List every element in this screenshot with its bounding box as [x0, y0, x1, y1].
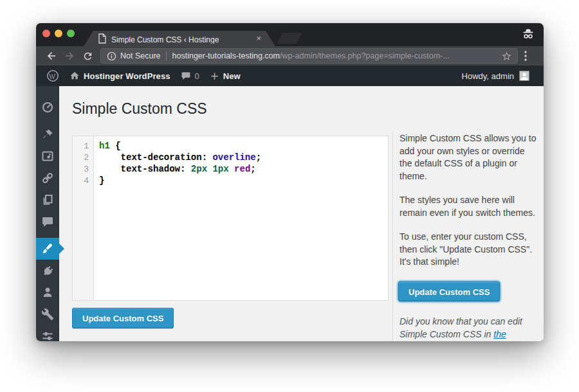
- sidebar-item-dashboard[interactable]: [36, 96, 59, 118]
- url-separator: [166, 51, 167, 60]
- code-line: text-decoration: overline;: [99, 152, 388, 163]
- forward-button[interactable]: [60, 48, 78, 64]
- dashboard-icon: [41, 101, 54, 114]
- new-tab-button[interactable]: [277, 33, 302, 44]
- url-bar[interactable]: Not Secure hostinger-tutorials-testing.c…: [100, 48, 518, 64]
- sidebar-item-settings[interactable]: [36, 325, 59, 341]
- url-domain: hostinger-tutorials-testing.com: [172, 51, 280, 60]
- comments-indicator[interactable]: 0: [176, 66, 205, 86]
- incognito-icon: [520, 26, 536, 42]
- admin-menu: [36, 86, 59, 341]
- code-line: h1 {: [99, 140, 388, 152]
- sidebar-item-plugins[interactable]: [36, 260, 59, 281]
- site-name: Hostinger WordPress: [84, 71, 170, 81]
- media-icon: [41, 150, 54, 163]
- update-custom-css-button[interactable]: Update Custom CSS: [72, 308, 174, 328]
- editor-tip-text: Did you know that you can edit Simple Cu…: [400, 316, 538, 341]
- browser-tabstrip: Simple Custom CSS ‹ Hostinge ×: [36, 23, 544, 46]
- pages-icon: [41, 193, 54, 206]
- sidebar-item-media[interactable]: [36, 145, 59, 167]
- back-button[interactable]: [42, 48, 60, 64]
- pushpin-icon: [41, 128, 54, 141]
- plus-icon: [210, 71, 219, 81]
- site-name-link[interactable]: Hostinger WordPress: [64, 66, 176, 86]
- editor-gutter: 1234: [73, 136, 94, 300]
- minimize-window-button[interactable]: [55, 30, 62, 37]
- browser-toolbar: Not Secure hostinger-tutorials-testing.c…: [36, 46, 544, 66]
- help-paragraph: To use, enter your custom CSS, then clic…: [400, 231, 538, 269]
- page-title: Simple Custom CSS: [72, 100, 207, 118]
- css-code-editor[interactable]: 1234 h1 { text-decoration: overline; tex…: [72, 136, 389, 301]
- help-text-column: Simple Custom CSS allows you to add your…: [400, 132, 538, 280]
- account-menu[interactable]: Howdy, admin: [462, 71, 537, 81]
- tab-title: Simple Custom CSS ‹ Hostinge: [111, 35, 219, 44]
- sidebar-item-pages[interactable]: [36, 189, 59, 211]
- page-content: Simple Custom CSS 1234 h1 { text-decorat…: [59, 86, 544, 341]
- tab-close-icon[interactable]: ×: [256, 34, 261, 43]
- browser-window: Simple Custom CSS ‹ Hostinge ×: [36, 23, 544, 341]
- home-icon: [69, 71, 80, 81]
- info-icon[interactable]: [107, 51, 116, 61]
- plug-icon: [41, 264, 54, 277]
- comments-count: 0: [195, 71, 199, 81]
- paintbrush-icon: [41, 242, 54, 255]
- line-number: 4: [73, 175, 89, 187]
- admin-body: Simple Custom CSS 1234 h1 { text-decorat…: [36, 86, 544, 341]
- sidebar-divider: [392, 132, 393, 341]
- close-window-button[interactable]: [42, 30, 50, 37]
- line-number: 3: [73, 164, 89, 175]
- sidebar-update-custom-css-button[interactable]: Update Custom CSS: [398, 281, 500, 301]
- comment-bubble-icon: [181, 71, 191, 81]
- sidebar-item-users[interactable]: [36, 281, 59, 303]
- reload-button[interactable]: [78, 48, 96, 64]
- user-icon: [41, 286, 54, 299]
- comment-icon: [41, 215, 54, 228]
- editor-code-area[interactable]: h1 { text-decoration: overline; text-sha…: [94, 136, 388, 300]
- sidebar-item-appearance[interactable]: [36, 238, 59, 260]
- url-path: /wp-admin/themes.php?page=simple-custom-…: [280, 51, 450, 60]
- wordpress-logo-icon: [46, 69, 59, 82]
- tab-title-fade: [226, 33, 253, 44]
- line-number: 1: [73, 141, 89, 152]
- help-paragraph: The styles you save here will remain eve…: [400, 194, 538, 219]
- tip-link[interactable]: the: [493, 329, 506, 339]
- help-paragraph: Simple Custom CSS allows you to add your…: [400, 132, 538, 183]
- wp-admin-bar: Hostinger WordPress 0 New Howdy, admin: [36, 66, 544, 86]
- browser-menu-icon[interactable]: [524, 51, 537, 61]
- window-controls: [42, 30, 75, 37]
- screenshot-stage: Simple Custom CSS ‹ Hostinge ×: [0, 0, 579, 392]
- zoom-window-button[interactable]: [67, 30, 75, 37]
- code-line: }: [99, 175, 388, 186]
- sidebar-item-links[interactable]: [36, 167, 59, 189]
- avatar: [519, 71, 529, 81]
- chain-icon: [41, 172, 54, 184]
- settings-icon: [41, 330, 54, 341]
- wrench-icon: [41, 308, 54, 321]
- wp-logo[interactable]: [41, 66, 64, 86]
- bookmark-star-icon[interactable]: [501, 51, 512, 62]
- tab-title-wrap: Simple Custom CSS ‹ Hostinge: [111, 33, 253, 44]
- sidebar-item-tools[interactable]: [36, 303, 59, 325]
- code-line: text-shadow: 2px 1px red;: [99, 163, 388, 175]
- browser-tab[interactable]: Simple Custom CSS ‹ Hostinge ×: [84, 31, 275, 46]
- new-content-menu[interactable]: New: [205, 66, 246, 86]
- line-number: 2: [73, 152, 89, 164]
- howdy-text: Howdy, admin: [462, 71, 514, 81]
- new-label: New: [223, 71, 241, 81]
- url-text: hostinger-tutorials-testing.com/wp-admin…: [172, 51, 496, 60]
- security-label: Not Secure: [120, 51, 161, 60]
- page-file-icon: [98, 33, 107, 44]
- sidebar-item-comments[interactable]: [36, 211, 59, 233]
- sidebar-item-posts[interactable]: [36, 123, 59, 145]
